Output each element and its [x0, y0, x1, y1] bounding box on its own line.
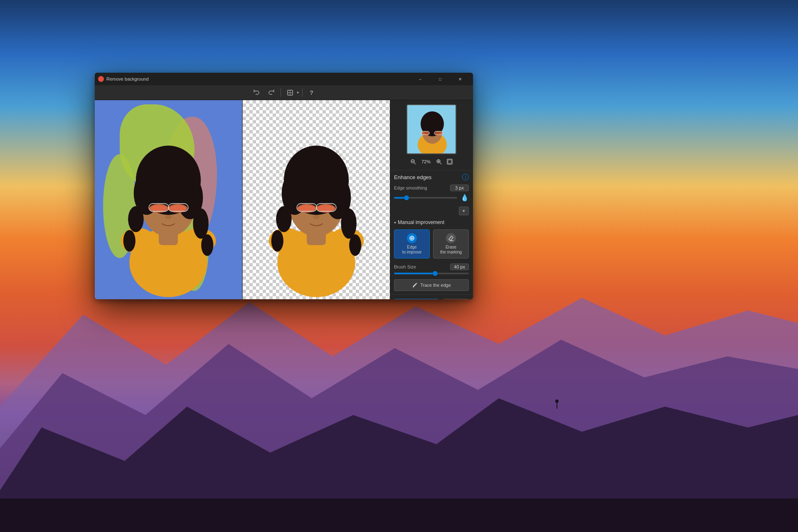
svg-point-41: [288, 161, 318, 195]
svg-point-20: [166, 161, 197, 195]
canvas-right[interactable]: [243, 100, 390, 299]
person-left-svg: [95, 100, 242, 299]
undo-button[interactable]: [251, 87, 262, 99]
crop-dropdown-arrow[interactable]: ▾: [297, 90, 299, 95]
brush-size-value: 40 px: [450, 264, 469, 270]
dropper-icon[interactable]: 💧: [461, 194, 469, 202]
svg-line-66: [440, 163, 442, 165]
svg-point-5: [555, 399, 559, 403]
window-controls: – □ ✕: [411, 73, 470, 85]
edge-smoothing-slider-container: 💧: [394, 194, 469, 202]
edge-smoothing-value: 3 px: [450, 185, 469, 191]
edge-smoothing-thumb[interactable]: [404, 195, 409, 200]
bottom-buttons: Save and add to the library Cancel: [390, 294, 473, 299]
canvas-left[interactable]: [95, 100, 242, 299]
svg-point-23: [123, 230, 135, 251]
title-bar: Remove background – □ ✕: [95, 73, 473, 85]
app-icon: [98, 76, 104, 82]
maximize-button[interactable]: □: [431, 73, 450, 85]
fit-to-screen-button[interactable]: [446, 158, 454, 166]
zoom-controls: 72%: [409, 158, 454, 166]
svg-point-24: [201, 234, 213, 256]
svg-point-50: [317, 205, 335, 212]
crop-button[interactable]: [284, 87, 296, 99]
tool-buttons: Edge to improve Erase the marking: [394, 229, 469, 259]
preview-thumbnail: [406, 104, 456, 154]
edge-smoothing-label-row: Edge smoothing 3 px: [394, 185, 469, 191]
svg-rect-70: [448, 160, 451, 163]
edge-smoothing-label: Edge smoothing: [394, 185, 427, 190]
trace-edge-label: Trace the edge: [420, 283, 451, 288]
pencil-icon: [412, 282, 418, 288]
svg-line-63: [414, 163, 416, 165]
svg-point-59: [435, 131, 442, 136]
preview-area: 72%: [390, 100, 473, 170]
cancel-button[interactable]: Cancel: [442, 299, 469, 299]
canvas-area: [95, 100, 390, 299]
svg-point-44: [341, 208, 356, 239]
trace-edge-button[interactable]: Trace the edge: [394, 279, 469, 291]
svg-point-53: [313, 215, 320, 219]
brush-size-fill: [394, 273, 435, 274]
person-right-svg: [243, 100, 390, 299]
window-title: Remove background: [106, 76, 411, 81]
svg-point-27: [150, 205, 167, 212]
toolbar: ▾ ?: [95, 85, 473, 100]
svg-point-45: [271, 230, 283, 251]
right-panel: 72% Enhance edges i: [390, 100, 473, 299]
dropdown-row: ▾: [394, 207, 469, 215]
svg-rect-3: [0, 499, 798, 532]
svg-point-42: [314, 161, 345, 195]
brush-size-label-row: Brush Size 40 px: [394, 264, 469, 270]
erase-marking-button[interactable]: Erase the marking: [433, 229, 469, 259]
crop-dropdown[interactable]: ▾: [284, 87, 299, 99]
redo-button[interactable]: [266, 87, 277, 99]
erase-icon: [446, 233, 456, 243]
brush-size-thumb[interactable]: [433, 271, 438, 276]
zoom-in-button[interactable]: [435, 158, 443, 166]
manual-improvement-header[interactable]: ▾ Manual improvement: [394, 219, 469, 225]
edge-smoothing-track[interactable]: [394, 197, 457, 199]
svg-point-21: [128, 206, 143, 232]
close-button[interactable]: ✕: [451, 73, 470, 85]
enhance-edges-title: Enhance edges: [394, 174, 431, 180]
edge-smoothing-group: Edge smoothing 3 px 💧: [394, 185, 469, 202]
svg-point-43: [276, 206, 291, 232]
help-button[interactable]: ?: [306, 87, 318, 99]
collapse-arrow: ▾: [394, 220, 396, 225]
brush-size-group: Brush Size 40 px: [394, 264, 469, 274]
svg-point-28: [169, 205, 187, 212]
thumbnail-svg: [407, 105, 456, 154]
app-window: Remove background – □ ✕ ▾ ?: [95, 73, 473, 299]
enhance-edges-section: Enhance edges i Edge smoothing 3 px �: [390, 170, 473, 294]
section-header: Enhance edges i: [394, 174, 469, 180]
window-content: 72% Enhance edges i: [95, 100, 473, 299]
edge-improve-label: Edge to improve: [402, 245, 422, 255]
zoom-out-button[interactable]: [409, 158, 417, 166]
trace-edge-container: Trace the edge: [394, 279, 469, 291]
save-button[interactable]: Save and add to the library: [394, 299, 439, 299]
dropdown-arrow: ▾: [463, 208, 465, 214]
brush-size-track[interactable]: [394, 273, 469, 274]
enhance-info-icon[interactable]: i: [462, 174, 469, 180]
minimize-button[interactable]: –: [411, 73, 430, 85]
edge-improve-button[interactable]: Edge to improve: [394, 229, 430, 259]
toolbar-separator-1: [281, 89, 281, 97]
edge-improve-icon: [407, 233, 417, 243]
svg-point-19: [140, 161, 170, 195]
toolbar-separator-2: [302, 89, 303, 97]
dropdown-button[interactable]: ▾: [459, 207, 469, 215]
svg-point-46: [349, 234, 361, 256]
erase-marking-label: Erase the marking: [440, 245, 462, 255]
svg-point-22: [193, 208, 208, 239]
svg-point-32: [165, 215, 172, 219]
zoom-value: 72%: [420, 159, 432, 164]
help-icon: ?: [310, 89, 313, 96]
manual-improvement-title: Manual improvement: [398, 219, 444, 225]
svg-point-49: [298, 205, 315, 212]
brush-size-label: Brush Size: [394, 264, 416, 269]
